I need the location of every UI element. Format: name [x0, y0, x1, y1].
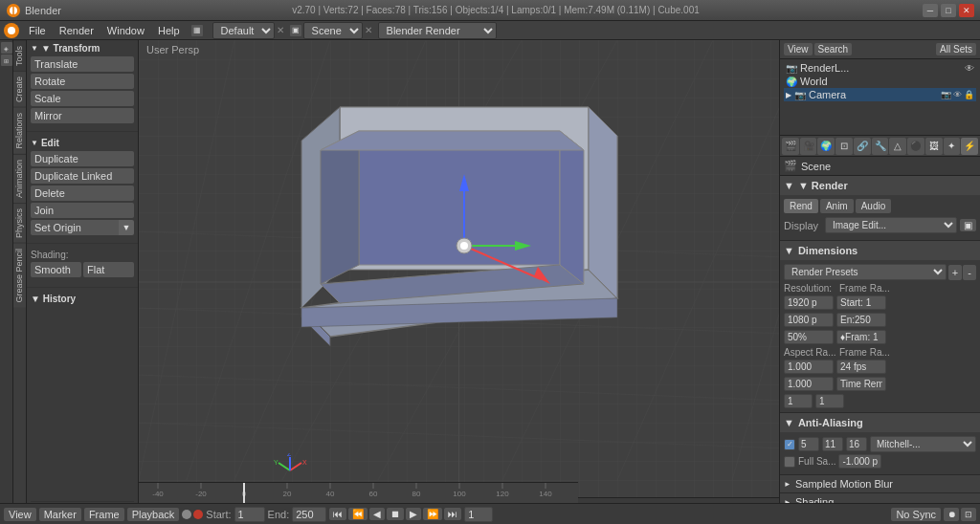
strip-btn-1[interactable]: ◈: [1, 42, 12, 54]
frame-input[interactable]: [836, 330, 886, 344]
outliner-camera[interactable]: ▶ 📷 Camera 📷 👁 🔒: [784, 88, 976, 101]
smooth-btn[interactable]: Smooth: [31, 262, 81, 277]
duplicate-linked-btn[interactable]: Duplicate Linked: [31, 168, 134, 184]
tab-physics[interactable]: Physics: [13, 203, 26, 243]
aspect-x-input[interactable]: [784, 360, 834, 374]
prop-material-icon[interactable]: ⚫: [907, 138, 924, 155]
outliner-allsets-btn[interactable]: All Sets: [936, 43, 976, 55]
outliner-renderlayers[interactable]: 📷 RenderL... 👁: [784, 61, 976, 75]
tab-tools[interactable]: Tools: [13, 40, 26, 71]
render-tab-anim[interactable]: Anim: [820, 199, 854, 213]
prop-world-icon[interactable]: 🌍: [817, 138, 835, 155]
prop-object-icon[interactable]: ⊡: [835, 138, 853, 155]
prev-keyframe-btn[interactable]: ⏪: [348, 508, 368, 520]
prop-render-icon[interactable]: 🎬: [782, 138, 799, 155]
next-keyframe-btn[interactable]: ⏩: [423, 508, 442, 520]
maximize-button[interactable]: □: [941, 4, 956, 17]
aa-checkbox[interactable]: ✓: [784, 439, 795, 450]
aa-filter-selector[interactable]: Mitchell-...: [870, 436, 976, 452]
timeline-marker-btn[interactable]: Marker: [39, 508, 81, 521]
dimensions-header[interactable]: ▼ Dimensions: [780, 241, 980, 260]
prop-scene-icon[interactable]: 🎥: [800, 138, 817, 155]
prop-physics-icon[interactable]: ⚡: [961, 138, 978, 155]
viewport[interactable]: User Persp (1) Cube.001 X Y Z View Selec…: [139, 40, 779, 524]
tab-relations[interactable]: Relations: [13, 107, 26, 154]
timeline-icon-1[interactable]: ⏺: [944, 508, 959, 521]
record-dot-1[interactable]: [182, 510, 191, 519]
current-frame-input[interactable]: [464, 507, 493, 522]
display-selector[interactable]: Image Edit...: [825, 217, 957, 233]
menu-help[interactable]: Help: [152, 23, 186, 38]
mirror-btn[interactable]: Mirror: [31, 108, 134, 123]
set-origin-btn[interactable]: Set Origin: [31, 220, 119, 235]
stop-btn[interactable]: ⏹: [387, 508, 404, 520]
strip-btn-2[interactable]: ⊞: [1, 55, 12, 66]
rotate-btn[interactable]: Rotate: [31, 74, 134, 89]
prop-data-icon[interactable]: △: [889, 138, 906, 155]
screen-selector[interactable]: Default: [212, 22, 275, 39]
add-preset-btn[interactable]: +: [948, 265, 962, 280]
prop-particle-icon[interactable]: ✦: [944, 138, 961, 155]
menu-render[interactable]: Render: [54, 23, 100, 38]
tab-grease-pencil[interactable]: Grease Pencil: [13, 243, 26, 308]
screen-close[interactable]: ✕: [277, 25, 284, 35]
play-btn[interactable]: ▶: [406, 508, 421, 520]
presets-selector[interactable]: Render Presets: [784, 264, 947, 280]
outliner-search-btn[interactable]: Search: [814, 43, 853, 55]
translate-btn[interactable]: Translate: [31, 56, 134, 72]
close-button[interactable]: ✕: [959, 4, 974, 17]
scale-btn[interactable]: Scale: [31, 91, 134, 106]
scene-selector[interactable]: Scene: [303, 22, 363, 39]
render-tab-rend[interactable]: Rend: [784, 199, 818, 213]
no-sync-btn[interactable]: No Sync: [891, 508, 941, 521]
timeline-view-btn[interactable]: View: [4, 508, 36, 521]
set-origin-arrow[interactable]: ▼: [119, 220, 134, 235]
display-extra-btn[interactable]: ▣: [960, 219, 976, 231]
res-y-input[interactable]: [784, 313, 834, 327]
scene-close[interactable]: ✕: [365, 25, 372, 35]
menu-file[interactable]: File: [23, 23, 52, 38]
prop-texture-icon[interactable]: 🖼: [925, 138, 943, 155]
time-val1-input[interactable]: [784, 394, 813, 408]
engine-selector[interactable]: Blender Render: [378, 22, 497, 39]
aa-val3-input[interactable]: [846, 437, 867, 451]
render-tab-audio[interactable]: Audio: [856, 199, 892, 213]
delete-btn[interactable]: Delete: [31, 186, 134, 201]
duplicate-btn[interactable]: Duplicate: [31, 151, 134, 166]
fullsa-checkbox[interactable]: [784, 456, 795, 468]
render-section-header[interactable]: ▼ ▼ Render: [780, 176, 980, 195]
prop-modifiers-icon[interactable]: 🔧: [872, 138, 889, 155]
aspect-y-input[interactable]: [784, 377, 834, 391]
end-frame-input[interactable]: [292, 507, 326, 522]
fullsa-input[interactable]: [838, 454, 881, 469]
join-btn[interactable]: Join: [31, 203, 134, 218]
pct-input[interactable]: [784, 330, 834, 344]
timeline-frame-btn[interactable]: Frame: [84, 508, 124, 521]
end-input[interactable]: [836, 313, 886, 327]
aa-val2-input[interactable]: [822, 437, 843, 451]
motion-blur-header[interactable]: ▼ Sampled Motion Blur: [780, 475, 980, 492]
aa-header[interactable]: ▼ Anti-Aliasing: [780, 413, 980, 432]
timeline-icon-2[interactable]: ⊡: [961, 508, 976, 521]
outliner-world[interactable]: 🌍 World: [784, 75, 976, 88]
res-x-input[interactable]: [784, 295, 834, 310]
fps-input[interactable]: [836, 360, 886, 374]
tab-create[interactable]: Create: [13, 71, 26, 107]
flat-btn[interactable]: Flat: [83, 262, 134, 277]
minimize-button[interactable]: ─: [923, 4, 938, 17]
remove-preset-btn[interactable]: -: [963, 265, 976, 280]
aa-val1-input[interactable]: [798, 437, 819, 451]
record-dot-2[interactable]: [193, 510, 203, 519]
prop-constraints-icon[interactable]: 🔗: [854, 138, 871, 155]
start-input[interactable]: [836, 295, 886, 310]
goto-end-btn[interactable]: ⏭: [444, 508, 461, 520]
start-frame-input[interactable]: [234, 507, 265, 522]
menu-window[interactable]: Window: [101, 23, 150, 38]
goto-start-btn[interactable]: ⏮: [329, 508, 346, 520]
outliner-view-btn[interactable]: View: [784, 43, 813, 55]
timeline-playback-btn[interactable]: Playback: [127, 508, 180, 521]
timerem-input[interactable]: [836, 377, 886, 391]
tab-animation[interactable]: Animation: [13, 154, 26, 203]
play-reverse-btn[interactable]: ◀: [369, 508, 385, 520]
time-val2-input[interactable]: [815, 394, 844, 408]
